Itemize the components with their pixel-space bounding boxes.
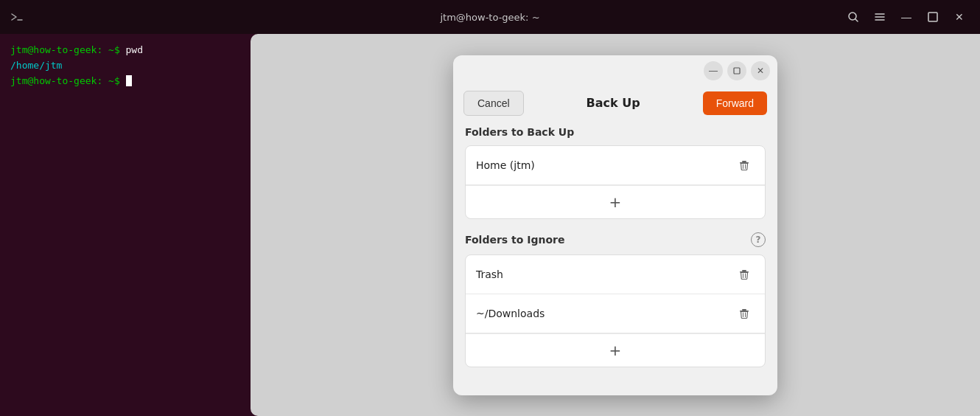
terminal-icon [9,9,25,25]
help-icon[interactable]: ? [751,232,766,247]
dialog-minimize-button[interactable]: — [704,61,723,80]
add-backup-icon: + [609,195,622,209]
delete-downloads-ignore-button[interactable] [734,303,755,324]
svg-rect-0 [9,9,25,25]
terminal-line-2: /home/jtm [10,58,240,74]
svg-rect-17 [742,309,746,311]
dialog: — ✕ Cancel Back Up Forward Folders to Ba… [453,55,777,395]
delete-home-backup-button[interactable] [734,155,755,176]
forward-button[interactable]: Forward [703,91,767,115]
add-ignore-icon: + [609,343,622,358]
add-backup-folder-button[interactable]: + [466,185,765,218]
terminal-dollar-3: ~$ [108,75,125,86]
top-bar-left [9,9,25,25]
terminal-path: /home/jtm [10,60,62,71]
top-bar: jtm@how-to-geek: ~ — ✕ [0,0,980,34]
svg-rect-13 [742,270,746,271]
backup-folder-name-home: Home (jtm) [476,159,734,171]
maximize-button[interactable] [921,5,945,29]
ignore-section-label: Folders to Ignore ? [465,232,766,247]
svg-rect-9 [742,161,746,162]
terminal-content: jtm@how-to-geek: ~$ pwd /home/jtm jtm@ho… [0,34,251,97]
ignore-folder-name-trash: Trash [476,268,734,280]
svg-rect-7 [928,13,937,21]
dialog-maximize-button[interactable] [727,61,746,80]
ignore-folders-list: Trash ~/Downloads [465,254,766,367]
svg-line-3 [855,19,858,21]
terminal-cmd-1: pwd [126,44,143,55]
close-button[interactable]: ✕ [948,5,971,29]
dialog-close-button[interactable]: ✕ [751,61,770,80]
dialog-overlay: — ✕ Cancel Back Up Forward Folders to Ba… [251,34,980,416]
svg-rect-8 [734,68,740,74]
terminal-line-1: jtm@how-to-geek: ~$ pwd [10,43,240,58]
menu-button[interactable] [868,5,892,29]
dialog-header: Cancel Back Up Forward [453,80,777,126]
backup-folder-item-home: Home (jtm) [466,146,765,185]
ignore-section-text: Folders to Ignore [465,234,564,246]
terminal-prompt-1: jtm@how-to-geek: [10,44,102,55]
top-bar-right: — ✕ [841,5,971,29]
delete-trash-ignore-button[interactable] [734,264,755,285]
ignore-folder-item-trash: Trash [466,255,765,294]
ignore-folder-name-downloads: ~/Downloads [476,308,734,319]
cancel-button[interactable]: Cancel [463,91,524,116]
backup-folders-list: Home (jtm) + [465,145,766,219]
terminal-prompt-3: jtm@how-to-geek: [10,75,102,86]
dialog-title: Back Up [524,96,703,110]
search-button[interactable] [841,5,865,29]
dialog-body: Folders to Back Up Home (jtm) [453,126,777,395]
minimize-button[interactable]: — [895,5,918,29]
terminal-dollar-1: ~$ [108,44,125,55]
backup-section-label: Folders to Back Up [465,126,766,138]
backup-section-text: Folders to Back Up [465,126,574,138]
top-bar-title: jtm@how-to-geek: ~ [440,12,539,23]
ignore-folder-item-downloads: ~/Downloads [466,294,765,333]
add-ignore-folder-button[interactable]: + [466,333,765,367]
terminal-cursor [126,75,132,86]
terminal-line-3: jtm@how-to-geek: ~$ [10,74,240,89]
